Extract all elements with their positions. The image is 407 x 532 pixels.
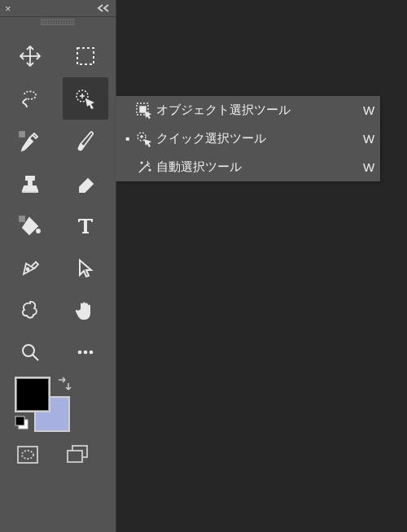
svg-point-19	[22, 451, 33, 459]
flyout-item-quick-selection[interactable]: ■ クイック選択ツール W	[116, 124, 380, 153]
foreground-color-swatch[interactable]	[15, 377, 50, 412]
magic-wand-icon	[132, 159, 156, 177]
flyout-shortcut: W	[357, 103, 380, 117]
more-tools[interactable]	[63, 331, 108, 373]
flyout-item-object-selection[interactable]: オブジェクト選択ツール W	[116, 96, 380, 124]
marquee-tool[interactable]	[63, 35, 108, 77]
svg-rect-2	[77, 48, 94, 64]
svg-point-29	[149, 169, 151, 171]
svg-rect-17	[15, 416, 24, 425]
svg-line-27	[139, 164, 147, 172]
svg-line-12	[33, 355, 38, 360]
direct-selection-tool[interactable]	[63, 246, 108, 289]
tool-flyout-menu: オブジェクト選択ツール W ■ クイック選択ツール W 自動選択ツール W	[116, 96, 380, 181]
shape-tool[interactable]	[7, 289, 53, 331]
pen-tool[interactable]	[7, 246, 53, 289]
flyout-shortcut: W	[357, 160, 380, 174]
tools-panel: ×	[0, 0, 116, 532]
default-colors-icon[interactable]	[15, 416, 31, 432]
svg-point-8	[37, 229, 40, 233]
brush-tool[interactable]	[63, 120, 108, 162]
panel-gripper[interactable]	[0, 17, 116, 27]
clone-stamp-tool[interactable]	[7, 162, 53, 204]
close-icon[interactable]: ×	[5, 2, 11, 15]
panel-header: ×	[0, 0, 116, 17]
svg-rect-9	[20, 216, 24, 221]
move-tool[interactable]	[7, 35, 53, 77]
flyout-label: クイック選択ツール	[156, 131, 357, 146]
svg-point-28	[141, 162, 142, 164]
svg-rect-23	[140, 107, 146, 112]
flyout-shortcut: W	[357, 132, 380, 146]
quick-selection-tool[interactable]	[63, 77, 108, 120]
flyout-item-magic-wand[interactable]: 自動選択ツール W	[116, 153, 380, 181]
eyedropper-tool[interactable]	[7, 120, 53, 162]
svg-point-15	[90, 351, 94, 355]
svg-rect-18	[18, 447, 37, 463]
quick-selection-icon	[132, 130, 156, 148]
flyout-label: 自動選択ツール	[156, 159, 357, 175]
hand-tool[interactable]	[63, 289, 108, 331]
type-tool[interactable]	[63, 204, 108, 246]
svg-point-13	[78, 351, 82, 355]
object-selection-icon	[132, 102, 156, 120]
zoom-tool[interactable]	[7, 331, 53, 373]
eraser-tool[interactable]	[63, 162, 108, 204]
svg-point-11	[23, 345, 34, 356]
svg-point-10	[27, 268, 29, 271]
paint-bucket-tool[interactable]	[7, 204, 53, 246]
quick-mask-icon[interactable]	[15, 442, 41, 468]
svg-rect-6	[20, 132, 24, 137]
flyout-check-icon: ■	[124, 135, 132, 142]
screen-mode-icon[interactable]	[65, 442, 91, 468]
swap-colors-icon[interactable]	[55, 377, 72, 393]
tool-grid	[0, 27, 116, 373]
flyout-label: オブジェクト選択ツール	[156, 102, 357, 118]
collapse-panel-icon[interactable]	[96, 2, 111, 15]
color-swatches	[15, 377, 116, 437]
mode-row	[0, 442, 116, 468]
lasso-tool[interactable]	[7, 77, 53, 120]
svg-point-14	[84, 351, 88, 355]
svg-rect-21	[68, 451, 82, 462]
